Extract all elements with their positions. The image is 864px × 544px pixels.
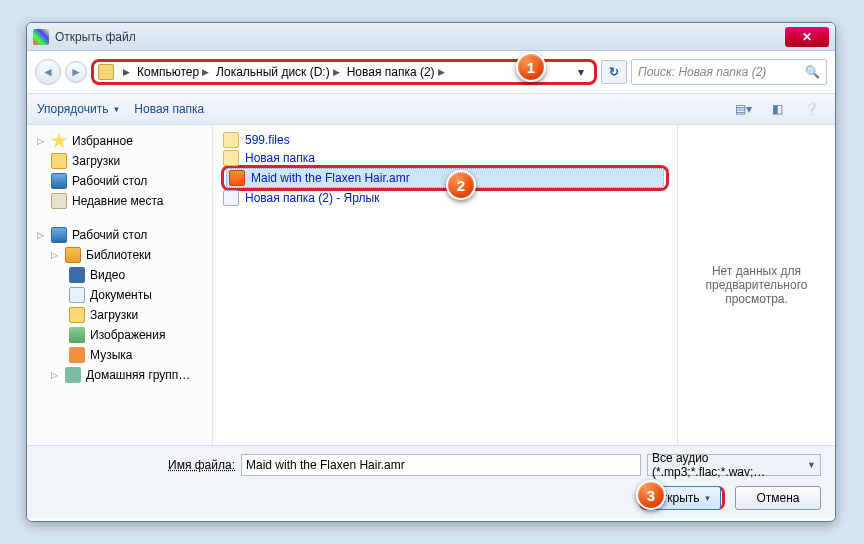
preview-empty-text: Нет данных для предварительного просмотр… (688, 264, 825, 306)
video-icon (69, 267, 85, 283)
tree-desktop-root[interactable]: ▷Рабочий стол (37, 225, 212, 245)
desktop-icon (51, 227, 67, 243)
list-item-selected-highlight: Maid with the Flaxen Hair.amr (221, 165, 669, 191)
tree-downloads[interactable]: Загрузки (37, 151, 212, 171)
tree-favorites[interactable]: ▷Избранное (37, 131, 212, 151)
breadcrumb-item[interactable]: Компьютер▶ (135, 65, 214, 79)
search-placeholder: Поиск: Новая папка (2) (638, 65, 766, 79)
folder-icon (51, 153, 67, 169)
chevron-down-icon: ▼ (807, 460, 816, 470)
library-icon (65, 247, 81, 263)
music-icon (69, 347, 85, 363)
tree-desktop[interactable]: Рабочий стол (37, 171, 212, 191)
tree-downloads2[interactable]: Загрузки (37, 305, 212, 325)
tree-video[interactable]: Видео (37, 265, 212, 285)
dialog-footer: Имя файла: Maid with the Flaxen Hair.amr… (27, 445, 835, 518)
filename-input[interactable]: Maid with the Flaxen Hair.amr (241, 454, 641, 476)
cancel-button[interactable]: Отмена (735, 486, 821, 510)
window-title: Открыть файл (55, 30, 785, 44)
document-icon (69, 287, 85, 303)
refresh-button[interactable]: ↻ (601, 60, 627, 84)
star-icon (51, 133, 67, 149)
desktop-icon (51, 173, 67, 189)
toolbar: Упорядочить ▼ Новая папка ▤▾ ◧ ❔ (27, 93, 835, 125)
new-folder-button[interactable]: Новая папка (134, 102, 204, 116)
organize-menu[interactable]: Упорядочить ▼ (37, 102, 120, 116)
recent-icon (51, 193, 67, 209)
search-icon: 🔍 (805, 65, 820, 79)
chevron-down-icon: ▼ (704, 494, 712, 503)
breadcrumb-item[interactable]: Локальный диск (D:)▶ (214, 65, 345, 79)
search-input[interactable]: Поиск: Новая папка (2) 🔍 (631, 59, 827, 85)
view-options-button[interactable]: ▤▾ (729, 99, 757, 119)
file-type-filter[interactable]: Все аудио (*.mp3;*.flac;*.wav;…▼ (647, 454, 821, 476)
folder-icon (223, 150, 239, 166)
callout-2: 2 (446, 170, 476, 200)
address-dropdown[interactable]: ▾ (572, 65, 590, 79)
homegroup-icon (65, 367, 81, 383)
folder-icon (69, 307, 85, 323)
callout-1: 1 (516, 52, 546, 82)
forward-button[interactable]: ► (65, 61, 87, 83)
picture-icon (69, 327, 85, 343)
tree-documents[interactable]: Документы (37, 285, 212, 305)
help-button[interactable]: ❔ (797, 99, 825, 119)
list-item-selected[interactable]: Maid with the Flaxen Hair.amr (226, 168, 664, 188)
nav-row: ◄ ► ▶ Компьютер▶ Локальный диск (D:)▶ Но… (27, 51, 835, 93)
app-icon (33, 29, 49, 45)
breadcrumb-item[interactable]: Новая папка (2)▶ (345, 65, 450, 79)
folder-icon (98, 64, 114, 80)
close-button[interactable]: ✕ (785, 27, 829, 47)
navigation-tree[interactable]: ▷Избранное Загрузки Рабочий стол Недавни… (27, 125, 213, 445)
folder-icon (223, 132, 239, 148)
back-button[interactable]: ◄ (35, 59, 61, 85)
tree-libraries[interactable]: ▷Библиотеки (37, 245, 212, 265)
list-item[interactable]: 599.files (221, 131, 669, 149)
open-file-dialog: Открыть файл ✕ ◄ ► ▶ Компьютер▶ Локальны… (26, 22, 836, 522)
filename-label: Имя файла: (41, 458, 241, 472)
preview-pane-button[interactable]: ◧ (763, 99, 791, 119)
tree-music[interactable]: Музыка (37, 345, 212, 365)
tree-recent[interactable]: Недавние места (37, 191, 212, 211)
callout-3: 3 (636, 480, 666, 510)
list-item[interactable]: Новая папка (2) - Ярлык (221, 189, 669, 207)
shortcut-icon (223, 190, 239, 206)
titlebar: Открыть файл ✕ (27, 23, 835, 51)
dialog-body: ▷Избранное Загрузки Рабочий стол Недавни… (27, 125, 835, 445)
audio-file-icon (229, 170, 245, 186)
preview-pane: Нет данных для предварительного просмотр… (677, 125, 835, 445)
tree-homegroup[interactable]: ▷Домашняя групп… (37, 365, 212, 385)
file-list[interactable]: 599.files Новая папка Maid with the Flax… (213, 125, 677, 445)
tree-pictures[interactable]: Изображения (37, 325, 212, 345)
breadcrumb-root[interactable]: ▶ (118, 67, 135, 77)
